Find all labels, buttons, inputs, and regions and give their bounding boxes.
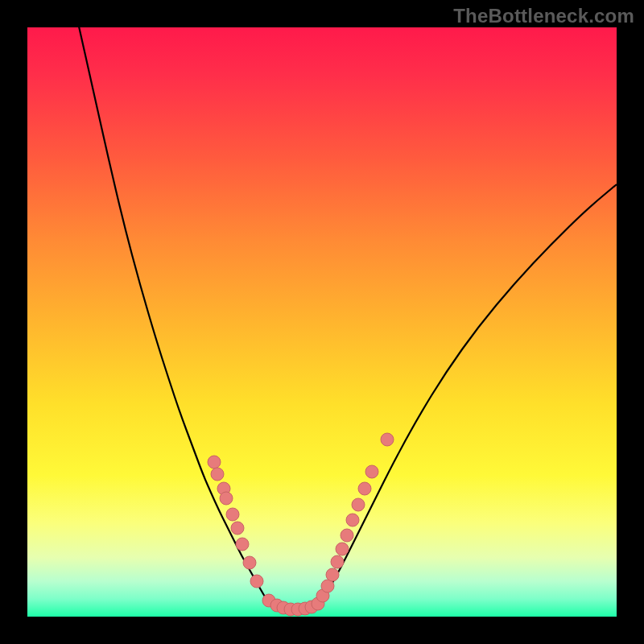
curve-right-branch: [317, 184, 617, 605]
data-dot: [236, 538, 249, 551]
data-dots-right: [316, 433, 394, 602]
curve-left-branch: [77, 27, 269, 603]
data-dot: [336, 543, 349, 555]
plot-area: [27, 27, 617, 617]
data-dot: [381, 433, 394, 446]
data-dot: [358, 482, 371, 495]
data-dot: [352, 498, 365, 511]
outer-frame: TheBottleneck.com: [0, 0, 644, 644]
data-dot: [326, 568, 339, 581]
data-dots-left: [208, 456, 263, 588]
data-dot: [243, 556, 256, 569]
data-dot: [365, 465, 378, 478]
data-dot: [341, 529, 353, 542]
data-dot: [331, 555, 344, 568]
data-dot: [211, 468, 224, 481]
bottleneck-chart-svg: [27, 27, 617, 617]
data-dot: [346, 514, 359, 526]
data-dot: [231, 522, 244, 535]
watermark-text: TheBottleneck.com: [453, 5, 634, 27]
data-dot: [226, 508, 239, 521]
data-dots-floor: [262, 594, 324, 616]
data-dot: [250, 575, 263, 588]
data-dot: [208, 456, 221, 469]
data-dot: [220, 492, 233, 505]
